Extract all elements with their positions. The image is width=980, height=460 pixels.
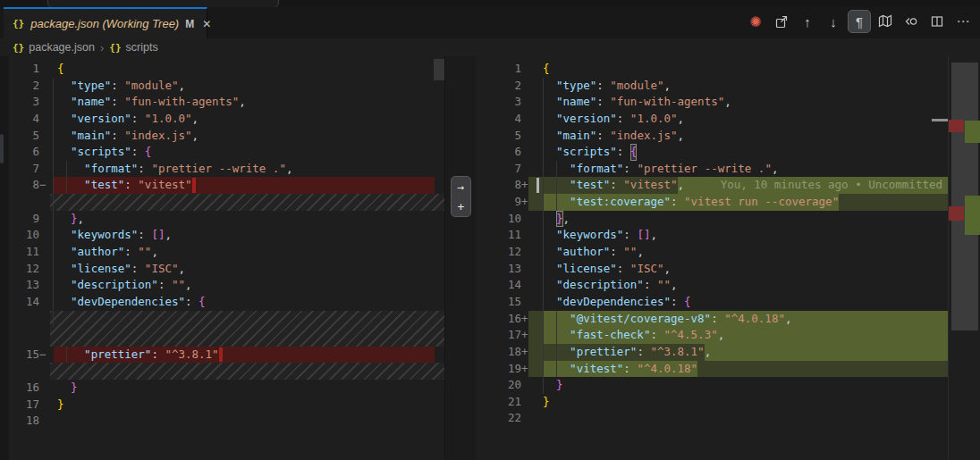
code-line[interactable]: 2 "type": "module", xyxy=(477,78,948,95)
vscode-diff-editor: {} package.json (Working Tree) M ✕ ✺ ↑ ↓… xyxy=(0,0,980,460)
line-number: 8 xyxy=(477,177,521,194)
code-line[interactable]: 17+ "fast-check": "^4.5.3", xyxy=(477,327,948,344)
breadcrumb: {} package.json › {} scripts xyxy=(0,38,980,56)
code-line[interactable]: 5 "main": "index.js", xyxy=(477,128,948,145)
stage-plus-button[interactable]: + xyxy=(452,197,470,216)
code-line[interactable]: 4 "version": "1.0.0", xyxy=(477,111,948,128)
breadcrumb-file[interactable]: {} package.json xyxy=(13,41,95,54)
tab-package-json[interactable]: {} package.json (Working Tree) M ✕ xyxy=(4,7,207,38)
diff-sign xyxy=(39,413,46,430)
line-number: 14 xyxy=(477,277,521,294)
code-line[interactable]: 10 }, xyxy=(477,211,948,228)
code-line[interactable]: 14 "devDependencies": { xyxy=(9,294,445,311)
code-line[interactable]: 3 "name": "fun-with-agents", xyxy=(9,94,445,111)
diff-sign: + xyxy=(521,311,528,328)
split-view-icon[interactable] xyxy=(925,10,949,33)
code-content: } xyxy=(528,394,948,411)
code-content: "prettier": "^3.8.1" xyxy=(54,347,435,364)
line-number: 4 xyxy=(477,111,521,128)
map-icon[interactable] xyxy=(874,10,897,33)
code-line[interactable]: 16 } xyxy=(9,380,445,397)
line-number: 15 xyxy=(9,347,39,364)
code-line[interactable]: 12 "author": "", xyxy=(477,244,948,261)
code-line[interactable]: 22 xyxy=(477,410,948,427)
close-icon[interactable]: ✕ xyxy=(202,18,211,30)
open-file-icon[interactable] xyxy=(900,10,923,33)
whitespace-toggle-icon[interactable]: ¶ xyxy=(848,10,871,33)
line-number: 19 xyxy=(477,361,521,378)
code-line[interactable]: 5 "main": "index.js", xyxy=(9,128,445,145)
code-line[interactable]: 11 "author": "", xyxy=(9,244,445,261)
code-line[interactable]: 1{ xyxy=(477,61,948,78)
code-line[interactable]: 12 "license": "ISC", xyxy=(9,261,445,278)
code-line[interactable]: 7 "format": "prettier --write .", xyxy=(477,161,948,178)
code-line[interactable]: 8− "test": "vitest" xyxy=(9,177,445,194)
code-line[interactable]: 20 } xyxy=(477,377,948,394)
code-content: "keywords": [], xyxy=(528,227,948,244)
line-number: 1 xyxy=(477,61,521,78)
line-number: 6 xyxy=(9,144,39,161)
diff-sign xyxy=(39,128,46,145)
line-number: 7 xyxy=(9,161,39,178)
code-line[interactable]: 18+ "prettier": "^3.8.1", xyxy=(477,344,948,361)
diff-sign xyxy=(521,244,528,261)
line-number: 5 xyxy=(477,128,521,145)
command-center[interactable] xyxy=(47,0,279,7)
code-line[interactable]: 9+ "test:coverage": "vitest run --covera… xyxy=(477,194,948,211)
code-line[interactable]: 10 "keywords": [], xyxy=(9,227,445,244)
diff-sign xyxy=(521,61,528,78)
diff-sign xyxy=(39,397,46,414)
line-number: 8 xyxy=(9,177,39,194)
code-line[interactable]: 15− "prettier": "^3.8.1" xyxy=(9,347,445,364)
code-line[interactable]: 7 "format": "prettier --write .", xyxy=(9,161,445,178)
code-content: } xyxy=(528,377,948,394)
diff-sign xyxy=(39,261,46,278)
editor-sash[interactable]: → + xyxy=(445,56,477,460)
code-content: "devDependencies": { xyxy=(54,294,445,311)
code-line[interactable]: 3 "name": "fun-with-agents", xyxy=(477,94,948,111)
line-number: 6 xyxy=(477,144,521,161)
revert-arrow-button[interactable]: → xyxy=(452,177,470,197)
code-line[interactable]: 9 }, xyxy=(9,211,445,228)
code-line[interactable]: 2 "type": "module", xyxy=(9,78,445,95)
sparkle-icon[interactable]: ✺ xyxy=(744,10,767,33)
open-changes-icon[interactable] xyxy=(770,10,793,33)
code-line[interactable]: 21} xyxy=(477,394,948,411)
scrollbar-slider[interactable] xyxy=(434,59,444,80)
overview-added-mark xyxy=(965,196,980,235)
code-line[interactable]: 6 "scripts": { xyxy=(9,144,445,161)
code-line[interactable]: 8+ "test": "vitest",You, 10 minutes ago … xyxy=(477,177,948,194)
diff-sign xyxy=(521,294,528,311)
json-file-icon: {} xyxy=(13,18,24,29)
code-content: }, xyxy=(528,211,948,228)
previous-change-icon[interactable]: ↑ xyxy=(796,10,819,33)
diff-sign xyxy=(39,227,46,244)
code-line[interactable]: 15 "devDependencies": { xyxy=(477,294,948,311)
code-line[interactable]: 18 xyxy=(9,413,445,430)
line-number: 20 xyxy=(477,377,521,394)
diff-sign xyxy=(39,277,46,294)
line-number: 9 xyxy=(477,194,521,211)
code-line[interactable]: 13 "license": "ISC", xyxy=(477,261,948,278)
breadcrumb-symbol[interactable]: {} scripts xyxy=(109,41,157,54)
overview-added-mark xyxy=(965,121,980,143)
code-line[interactable]: 14 "description": "", xyxy=(477,277,948,294)
code-line[interactable]: 6 "scripts": { xyxy=(477,144,948,161)
code-line[interactable]: 17} xyxy=(9,397,445,414)
code-line[interactable]: 4 "version": "1.0.0", xyxy=(9,111,445,128)
modified-editor: 1{2 "type": "module",3 "name": "fun-with… xyxy=(477,56,948,460)
diff-sign xyxy=(39,380,46,397)
diff-sign: + xyxy=(521,177,528,194)
line-number: 15 xyxy=(477,294,521,311)
code-content: "test": "vitest",You, 10 minutes ago • U… xyxy=(528,177,948,194)
code-line[interactable]: 11 "keywords": [], xyxy=(477,227,948,244)
diff-sign xyxy=(521,94,528,111)
code-line[interactable]: 19+ "vitest": "^4.0.18" xyxy=(477,361,948,378)
code-line[interactable]: 1{ xyxy=(9,61,445,78)
edge-handle[interactable] xyxy=(0,134,4,163)
more-actions-icon[interactable]: ⋯ xyxy=(951,10,975,33)
code-line[interactable]: 13 "description": "", xyxy=(9,277,445,294)
next-change-icon[interactable]: ↓ xyxy=(822,10,845,33)
line-number: 10 xyxy=(9,227,39,244)
code-line[interactable]: 16+ "@vitest/coverage-v8": "^4.0.18", xyxy=(477,311,948,328)
